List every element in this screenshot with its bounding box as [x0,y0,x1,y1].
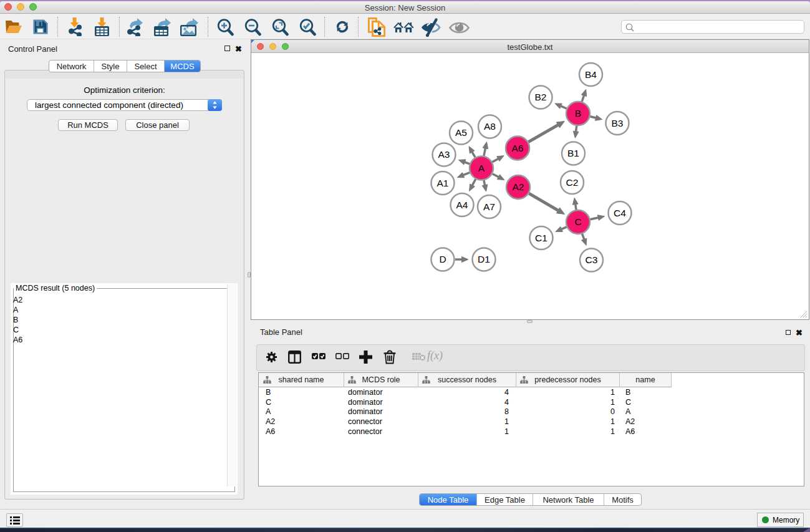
svg-text:C4: C4 [614,208,626,218]
svg-text:B4: B4 [585,69,597,80]
svg-text:D: D [439,254,446,264]
svg-text:A6: A6 [512,143,524,153]
svg-text:A8: A8 [484,121,496,132]
svg-text:C: C [574,216,581,227]
svg-text:C3: C3 [586,254,598,265]
svg-text:B3: B3 [612,118,624,128]
svg-text:B2: B2 [535,92,547,102]
svg-text:D1: D1 [478,254,490,264]
svg-text:A7: A7 [483,201,495,212]
svg-text:A: A [478,163,485,173]
svg-text:A1: A1 [437,178,449,188]
svg-text:C2: C2 [566,177,579,188]
svg-text:A4: A4 [456,200,468,210]
svg-text:A5: A5 [455,127,467,138]
svg-text:A3: A3 [438,149,450,160]
svg-text:C1: C1 [535,233,547,243]
svg-text:B1: B1 [567,148,579,158]
svg-text:B: B [575,108,581,118]
svg-text:A2: A2 [513,181,524,192]
